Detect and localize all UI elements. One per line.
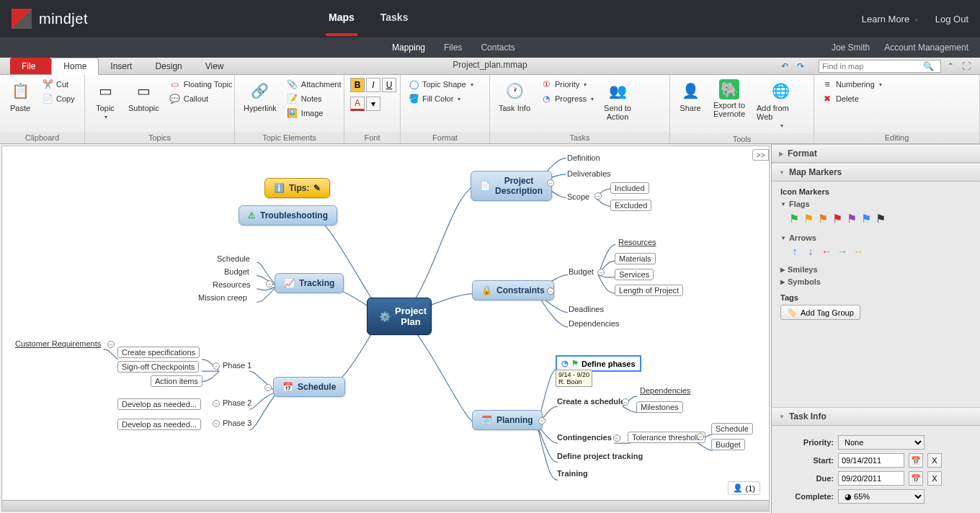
progress-button[interactable]: ◔Progress▾ (539, 92, 595, 105)
contingency-gc[interactable]: Schedule (711, 423, 753, 434)
phase3-item[interactable]: Develop as needed... (117, 419, 201, 430)
schedule-topic[interactable]: 📅 Schedule (273, 377, 345, 397)
assignee-badge[interactable]: 👤 (1) (728, 481, 760, 495)
schedule-sub[interactable]: Milestones (636, 401, 683, 413)
phase1-item[interactable]: Action items (151, 375, 202, 387)
fill-color-button[interactable]: 🪣Fill Color▾ (406, 92, 475, 105)
task-info-button[interactable]: 🕐Task Info (496, 78, 533, 114)
hyperlink-button[interactable]: 🔗Hyperlink (241, 78, 280, 114)
pd-scope-child[interactable]: Excluded (610, 200, 651, 211)
map-canvas[interactable]: >> (1, 146, 770, 512)
flag-marker[interactable]: ⚑ (847, 212, 857, 226)
arrow-marker[interactable]: ← (821, 246, 832, 257)
nav-maps[interactable]: Maps (326, 1, 357, 36)
account-management-link[interactable]: Account Management (884, 43, 968, 53)
flag-marker[interactable]: ⚑ (818, 212, 828, 226)
fullscreen-button[interactable]: ⛶ (960, 60, 973, 73)
expander[interactable]: – (538, 417, 545, 424)
flags-group[interactable]: ▼Flags (780, 200, 971, 208)
due-date-input[interactable] (838, 471, 904, 486)
budget-child[interactable]: Resources (615, 237, 660, 247)
paste-button[interactable]: 📋Paste (6, 78, 35, 114)
arrow-marker[interactable]: ↔ (852, 246, 864, 257)
planning-topic[interactable]: 🗓️ Planning (472, 410, 543, 430)
expander[interactable]: – (266, 280, 273, 287)
expander[interactable]: – (213, 362, 220, 370)
flag-marker[interactable]: ⚑ (803, 212, 814, 226)
priority-select[interactable]: None (838, 435, 925, 450)
tracking-child[interactable]: Resources (213, 280, 251, 289)
find-in-map[interactable]: 🔍 (819, 60, 941, 73)
image-button[interactable]: 🖼️Image (285, 107, 343, 120)
schedule-sub[interactable]: Dependencies (636, 385, 694, 396)
due-date-clear[interactable]: X (927, 471, 942, 486)
tracking-topic[interactable]: 📈 Tracking (275, 273, 344, 293)
copy-button[interactable]: 📄Copy (40, 92, 76, 105)
budget-child[interactable]: Materials (615, 253, 656, 264)
pd-scope-child[interactable]: Included (610, 182, 649, 194)
smileys-group[interactable]: ▶Smileys (780, 265, 971, 274)
flag-marker[interactable]: ⚑ (789, 212, 799, 226)
share-button[interactable]: 👤Share (676, 78, 705, 114)
tracking-child[interactable]: Mission creep (198, 293, 247, 302)
topic-button[interactable]: ▭Topic▾ (91, 78, 120, 122)
tracking-child[interactable]: Budget (224, 267, 249, 276)
font-color-dropdown[interactable]: ▾ (366, 97, 380, 111)
planning-child[interactable]: Create a schedule (557, 397, 625, 406)
arrow-marker[interactable]: ↓ (805, 246, 816, 257)
numbering-button[interactable]: ≡Numbering▾ (820, 78, 883, 91)
contingency-sub[interactable]: Tolerance threshold (628, 432, 705, 443)
send-to-action-button[interactable]: 👥Send to Action (601, 78, 634, 122)
due-date-picker[interactable]: 📅 (909, 471, 923, 486)
pd-child[interactable]: Definition (567, 153, 600, 162)
troubleshooting-topic[interactable]: ⚠ Troubleshooting (239, 205, 337, 226)
design-tab[interactable]: Design (143, 58, 193, 74)
priority-button[interactable]: ①Priority▾ (539, 78, 595, 91)
expander[interactable]: – (547, 179, 554, 187)
expander[interactable]: – (594, 192, 602, 200)
expander[interactable]: – (613, 434, 620, 442)
nav-tasks[interactable]: Tasks (378, 1, 411, 36)
delete-button[interactable]: ✖Delete (820, 92, 883, 105)
arrows-group[interactable]: ▼Arrows (780, 233, 971, 242)
subtopic-button[interactable]: ▭Subtopic (125, 78, 162, 114)
search-icon[interactable]: 🔍 (923, 61, 934, 71)
expander[interactable]: – (697, 433, 704, 440)
export-evernote-button[interactable]: 🐘Export to Evernote (710, 78, 748, 120)
expander[interactable]: – (264, 384, 272, 391)
task-info-panel-header[interactable]: ▼Task Info (772, 407, 980, 426)
map-markers-panel-header[interactable]: ▼Map Markers (772, 163, 980, 182)
schedule-phase[interactable]: Phase 2 (223, 398, 251, 407)
view-tab[interactable]: View (194, 58, 236, 74)
expander[interactable]: – (597, 269, 605, 276)
symbols-group[interactable]: ▶Symbols (780, 277, 971, 286)
flag-marker[interactable]: ⚑ (861, 212, 871, 226)
collapse-side-panel-button[interactable]: >> (752, 149, 769, 161)
subnav-files[interactable]: Files (444, 43, 462, 53)
learn-more-link[interactable]: Learn More ▼ (862, 14, 919, 24)
phase1-item[interactable]: Sign-off Checkpoints (117, 361, 199, 373)
flag-marker[interactable]: ⚑ (832, 212, 842, 226)
file-tab[interactable]: File ▾ (10, 58, 51, 74)
logout-link[interactable]: Log Out (935, 14, 968, 24)
tips-topic[interactable]: ℹ️ Tips: ✎ (264, 178, 330, 198)
underline-button[interactable]: U (382, 78, 396, 92)
bold-button[interactable]: B (350, 78, 365, 92)
customer-requirements[interactable]: Customer Requirements (15, 339, 101, 348)
contingency-gc[interactable]: Budget (711, 439, 745, 450)
planning-child[interactable]: Define project tracking (557, 452, 643, 460)
cut-button[interactable]: ✂️Cut (40, 78, 76, 91)
schedule-phase[interactable]: Phase 3 (223, 419, 251, 427)
constraints-child[interactable]: Dependencies (569, 319, 619, 328)
arrow-marker[interactable]: → (837, 246, 848, 257)
start-date-picker[interactable]: 📅 (909, 453, 923, 468)
pd-child[interactable]: Deliverables (567, 169, 611, 178)
flag-marker[interactable]: ⚑ (876, 212, 886, 226)
budget-child[interactable]: Length of Project (615, 285, 683, 296)
constraints-child[interactable]: Deadlines (569, 305, 604, 313)
expander[interactable]: – (107, 341, 115, 348)
subnav-mapping[interactable]: Mapping (392, 43, 425, 53)
schedule-phase[interactable]: Phase 1 (223, 361, 251, 370)
expander[interactable]: – (547, 287, 554, 295)
start-date-input[interactable] (838, 453, 904, 468)
